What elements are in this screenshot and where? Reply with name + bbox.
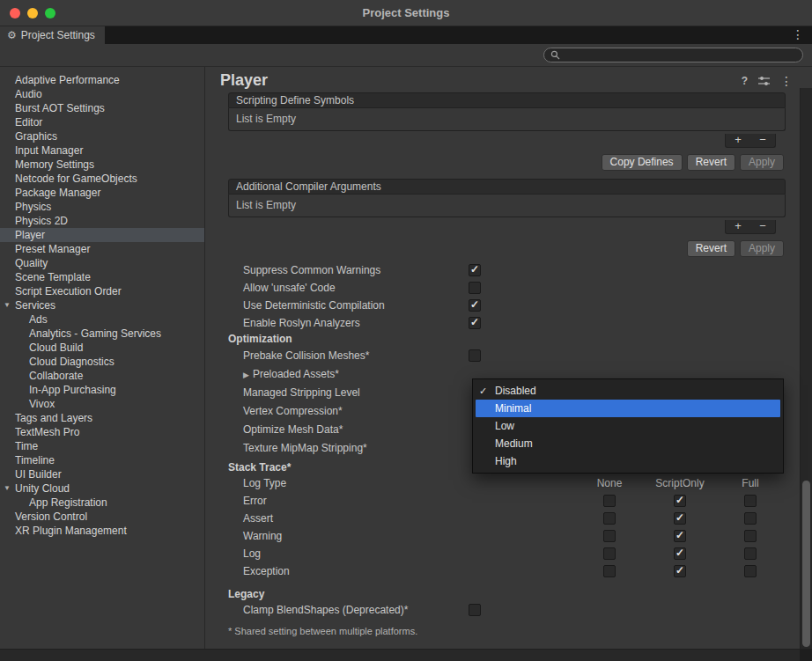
checkbox[interactable] <box>603 495 616 507</box>
sidebar-item-editor[interactable]: Editor <box>0 115 204 129</box>
dropdown-option-medium[interactable]: Medium <box>476 435 780 452</box>
add-item-button[interactable]: + <box>726 220 750 233</box>
panel-menu-icon[interactable]: ⋮ <box>780 74 793 88</box>
checkbox[interactable]: ✓ <box>674 530 686 542</box>
sidebar-item-collaborate[interactable]: Collaborate <box>0 369 204 383</box>
checkbox[interactable] <box>603 530 616 542</box>
sidebar-item-vivox[interactable]: Vivox <box>0 397 204 411</box>
vertical-scrollbar[interactable] <box>800 88 812 649</box>
remove-item-button[interactable]: − <box>750 134 775 147</box>
sidebar-item-player[interactable]: Player <box>0 228 204 242</box>
revert-button[interactable]: Revert <box>687 154 735 171</box>
horizontal-scrollbar[interactable] <box>0 649 812 661</box>
checkbox[interactable]: ✓ <box>469 299 481 312</box>
list-header[interactable]: Scripting Define Symbols <box>228 92 786 108</box>
checkbox[interactable] <box>603 547 616 560</box>
sidebar-item-tags-and-layers[interactable]: Tags and Layers <box>0 411 204 425</box>
sidebar-item-script-execution-order[interactable]: Script Execution Order <box>0 284 204 298</box>
sidebar-item-services[interactable]: ▼Services <box>0 298 204 312</box>
sidebar-item-in-app-purchasing[interactable]: In-App Purchasing <box>0 383 204 397</box>
checkbox[interactable] <box>744 547 757 560</box>
setting-label: Use Deterministic Compilation <box>243 299 469 312</box>
preset-icon[interactable] <box>758 76 770 86</box>
sidebar-item-netcode-for-gameobjects[interactable]: Netcode for GameObjects <box>0 172 204 186</box>
sidebar-item-audio[interactable]: Audio <box>0 87 204 101</box>
sidebar-item-time[interactable]: Time <box>0 439 204 453</box>
sidebar-item-physics[interactable]: Physics <box>0 200 204 214</box>
sidebar-item-timeline[interactable]: Timeline <box>0 453 204 467</box>
tab-bar: ⚙ Project Settings ⋮ <box>0 26 812 44</box>
minimize-window-button[interactable] <box>27 8 38 18</box>
sidebar-item-graphics[interactable]: Graphics <box>0 129 204 143</box>
stack-trace-row-log: Log✓ <box>228 545 786 562</box>
checkbox[interactable]: ✓ <box>469 264 481 276</box>
dropdown-option-high[interactable]: High <box>476 452 780 470</box>
checkbox[interactable] <box>469 282 481 294</box>
help-icon[interactable]: ? <box>742 75 748 87</box>
tab-project-settings[interactable]: ⚙ Project Settings <box>0 26 105 44</box>
checkbox[interactable] <box>603 565 616 577</box>
dropdown-option-low[interactable]: Low <box>476 417 780 435</box>
sidebar-item-cloud-diagnostics[interactable]: Cloud Diagnostics <box>0 355 204 369</box>
sidebar-item-physics-2d[interactable]: Physics 2D <box>0 214 204 228</box>
checkbox[interactable]: ✓ <box>469 317 481 329</box>
checkbox[interactable] <box>469 349 481 362</box>
checkbox[interactable] <box>744 495 757 507</box>
sidebar-item-cloud-build[interactable]: Cloud Build <box>0 341 204 355</box>
setting-label-wrap: Texture MipMap Stripping* <box>243 442 469 454</box>
sidebar-item-preset-manager[interactable]: Preset Manager <box>0 242 204 256</box>
sidebar-item-memory-settings[interactable]: Memory Settings <box>0 158 204 172</box>
log-type-label: Exception <box>243 565 574 577</box>
apply-button[interactable]: Apply <box>740 240 784 257</box>
foldout-closed-icon[interactable]: ▶ <box>243 371 249 379</box>
checkbox[interactable]: ✓ <box>674 495 686 507</box>
remove-item-button[interactable]: − <box>750 220 775 233</box>
checkbox[interactable] <box>469 604 481 616</box>
sidebar-item-ui-builder[interactable]: UI Builder <box>0 467 204 481</box>
sidebar-item-version-control[interactable]: Version Control <box>0 510 204 524</box>
stack-trace-row-warning: Warning✓ <box>228 527 786 545</box>
sidebar-item-burst-aot-settings[interactable]: Burst AOT Settings <box>0 101 204 115</box>
sidebar-item-analytics-gaming-services[interactable]: Analytics - Gaming Services <box>0 327 204 341</box>
sidebar-item-label: Time <box>15 440 38 452</box>
list-header[interactable]: Additional Compiler Arguments <box>228 179 786 195</box>
checkbox[interactable] <box>744 565 757 577</box>
sidebar-item-app-registration[interactable]: App Registration <box>0 496 204 510</box>
tab-menu-icon[interactable]: ⋮ <box>792 27 804 41</box>
apply-button[interactable]: Apply <box>740 154 784 171</box>
setting-row-suppress-common-warnings: Suppress Common Warnings✓ <box>228 261 786 279</box>
checkbox[interactable]: ✓ <box>674 547 686 560</box>
sidebar-item-adaptive-performance[interactable]: Adaptive Performance <box>0 73 204 87</box>
checkbox[interactable]: ✓ <box>674 512 686 525</box>
player-settings-panel: Player ? ⋮ Scripting Define Symbols List… <box>205 67 812 649</box>
copy-defines-button[interactable]: Copy Defines <box>602 154 683 171</box>
sidebar-item-scene-template[interactable]: Scene Template <box>0 270 204 284</box>
close-window-button[interactable] <box>10 8 20 18</box>
optimization-header: Optimization <box>228 332 786 346</box>
sidebar-item-input-manager[interactable]: Input Manager <box>0 143 204 158</box>
dropdown-option-minimal[interactable]: Minimal <box>476 400 780 417</box>
checkbox[interactable] <box>744 530 757 542</box>
revert-button[interactable]: Revert <box>687 240 735 257</box>
zoom-window-button[interactable] <box>45 8 55 18</box>
sidebar-item-xr-plugin-management[interactable]: XR Plugin Management <box>0 524 204 538</box>
sidebar-item-package-manager[interactable]: Package Manager <box>0 186 204 200</box>
add-item-button[interactable]: + <box>726 134 750 147</box>
sidebar-item-ads[interactable]: Ads <box>0 312 204 327</box>
search-field[interactable] <box>543 48 803 62</box>
sidebar-item-quality[interactable]: Quality <box>0 256 204 270</box>
checkbox[interactable]: ✓ <box>674 565 686 577</box>
dropdown-option-disabled[interactable]: ✓Disabled <box>476 382 780 400</box>
stack-trace-cell <box>715 512 786 525</box>
sidebar-item-label: Package Manager <box>15 187 100 199</box>
check-icon: ✓ <box>675 511 684 524</box>
sidebar-item-unity-cloud[interactable]: ▼Unity Cloud <box>0 481 204 496</box>
checkbox[interactable] <box>603 512 616 525</box>
search-icon <box>550 50 560 60</box>
sidebar-item-textmesh-pro[interactable]: TextMesh Pro <box>0 425 204 439</box>
search-input[interactable] <box>564 49 796 61</box>
scrollbar-thumb[interactable] <box>802 481 810 647</box>
checkbox[interactable] <box>744 512 757 525</box>
foldout-open-icon[interactable]: ▼ <box>4 298 11 312</box>
foldout-open-icon[interactable]: ▼ <box>4 481 11 496</box>
